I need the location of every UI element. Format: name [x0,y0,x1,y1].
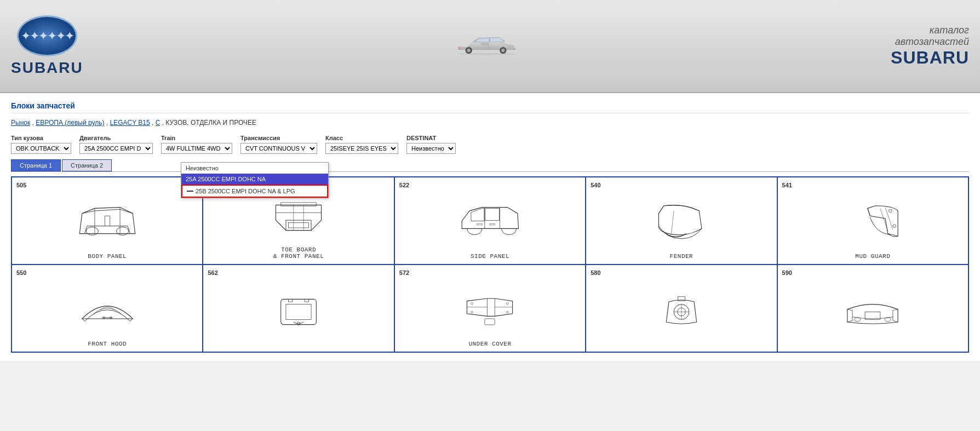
filter-row: Тип кузова OBK OUTBACK Двигатель 25A 250… [11,135,969,154]
svg-point-42 [471,311,473,313]
part-cell-580[interactable]: 580 [586,265,777,352]
filter-engine: Двигатель 25A 2500CC EMPI D Неизвестно 2… [79,135,153,154]
svg-rect-16 [289,222,309,227]
transmission-select[interactable]: CVT CONTINUOUS V [240,143,317,154]
part-name-572: UNDER COVER [468,341,511,347]
part-name-522: SIDE PANEL [471,253,509,260]
destinat-label: DESTINAT [406,135,456,141]
svg-rect-8 [459,47,460,49]
part-name-505: BODY PANEL [88,253,127,260]
toe-board-icon [266,194,331,241]
parts-grid: 505 BODY PANEL 513 [11,176,969,353]
dropdown-item-25a[interactable]: 25A 2500CC EMPI DOHC NA [181,174,328,185]
svg-point-2 [467,49,470,52]
part-cell-590[interactable]: 590 [777,265,968,352]
dropdown-item-25b[interactable]: 25B 2500CC EMPI DOHC NA & LPG [181,185,328,198]
part-name-541: MUD GUARD [855,253,890,260]
section-title: Блоки запчастей [11,101,969,113]
part-number-550: 550 [16,269,26,276]
part-image-550 [16,279,198,338]
svg-rect-39 [485,318,495,324]
breadcrumb-model[interactable]: LEGACY B15 [110,119,150,127]
fender-icon [649,198,714,244]
engine-select[interactable]: 25A 2500CC EMPI D [79,143,153,154]
svg-rect-20 [477,223,482,225]
destinat-select[interactable]: Неизвестно [406,143,456,154]
part-cell-540[interactable]: 540 FENDER [586,177,777,265]
part-name-550: FRONT HOOD [88,341,127,347]
part-cell-562[interactable]: 562 [203,265,394,352]
subaru-logo: ✦✦✦✦✦✦ [17,15,77,56]
part-cell-505[interactable]: 505 BODY PANEL [12,177,203,265]
catalog-title: каталог автозапчастей SUBARU [891,25,969,68]
svg-rect-21 [490,223,495,225]
breadcrumb-market[interactable]: Рынок [11,119,30,127]
body-type-label: Тип кузова [11,135,71,141]
body-panel-icon [74,198,140,244]
main-content: Блоки запчастей Рынок , ЕВРОПА (левый ру… [0,93,980,361]
svg-rect-19 [485,208,500,220]
engine-dropdown: Неизвестно 25A 2500CC EMPI DOHC NA 25B 2… [181,162,329,198]
part-cell-572[interactable]: 572 [394,265,586,352]
part-number-572: 572 [399,269,409,276]
part-image-522 [399,191,581,250]
class-select[interactable]: 25ISEYE 25IS EYES [325,143,398,154]
class-label: Класс [325,135,398,141]
part-number-562: 562 [208,269,217,276]
part-image-540 [591,191,772,250]
svg-point-7 [513,47,515,48]
svg-point-50 [855,317,861,321]
side-panel-icon [457,198,523,244]
svg-rect-49 [865,312,880,319]
breadcrumb-code[interactable]: С [156,119,161,127]
part-number-541: 541 [782,182,792,188]
svg-rect-30 [281,299,317,324]
svg-point-6 [480,43,489,45]
part-cell-541[interactable]: 541 MUD GUARD [777,177,968,265]
part-number-580: 580 [591,269,600,276]
part-image-572 [399,279,581,338]
svg-point-4 [501,49,505,52]
svg-point-40 [471,302,473,304]
filter-body-type: Тип кузова OBK OUTBACK [11,135,71,154]
svg-point-23 [889,209,892,212]
car-image-area [83,21,891,71]
breadcrumb: Рынок , ЕВРОПА (левый руль) , LEGACY B15… [11,119,969,127]
svg-line-22 [658,205,663,213]
tab-page1[interactable]: Страница 1 [11,159,61,171]
part-number-540: 540 [591,182,600,188]
filter-transmission: Трансмиссия CVT CONTINUOUS V [240,135,317,154]
part590-icon [840,289,906,335]
tabs-row: Страница 1 Страница 2 [11,159,969,172]
part-name-513: TOE BOARD& FRONT PANEL [273,246,324,260]
train-select[interactable]: 4W FULLTIME 4WD [161,143,232,154]
tab-page2[interactable]: Страница 2 [62,159,112,171]
separator-icon [187,191,193,192]
part-image-505 [16,191,198,250]
part-image-541 [782,191,964,250]
part-image-580 [591,279,772,344]
body-type-select[interactable]: OBK OUTBACK [11,143,71,154]
catalog-line1: каталог [891,25,969,36]
part-image-513 [208,191,389,244]
filter-destinat: DESTINAT Неизвестно [406,135,456,154]
car-illustration [454,21,520,71]
part-number-590: 590 [782,269,792,276]
mud-guard-icon [840,198,906,244]
part-number-522: 522 [399,182,409,188]
part-number-505: 505 [16,182,26,188]
logo-stars: ✦✦✦✦✦✦ [21,29,73,43]
logo-text: SUBARU [11,59,83,77]
breadcrumb-region[interactable]: ЕВРОПА (левый руль) [36,119,104,127]
svg-point-0 [458,53,517,55]
filter-class: Класс 25ISEYE 25IS EYES [325,135,398,154]
svg-point-51 [885,317,891,321]
part-name-540: FENDER [670,253,694,260]
part-cell-522[interactable]: 522 [394,177,586,265]
part-cell-550[interactable]: 550 FRONT HOOD [12,265,203,352]
svg-point-43 [507,311,509,313]
train-label: Train [161,135,232,141]
front-hood-icon [74,285,140,332]
dropdown-item-unknown[interactable]: Неизвестно [181,163,328,174]
part-image-562 [208,279,389,344]
